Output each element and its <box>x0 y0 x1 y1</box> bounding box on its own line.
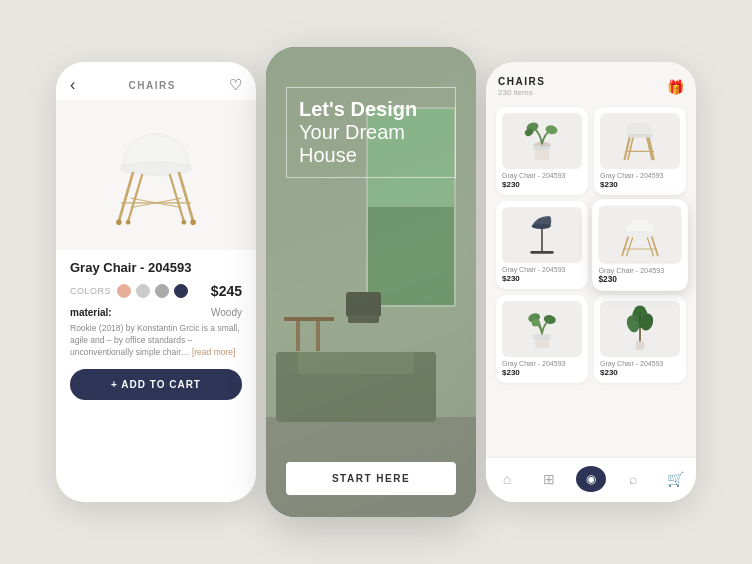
center-content: Let's Design Your Dream House START HERE <box>266 47 476 517</box>
add-to-cart-button[interactable]: + ADD TO CART <box>70 369 242 400</box>
grid-item-6[interactable]: Gray Chair - 204593 $230 <box>594 295 686 383</box>
lamp-icon <box>516 209 568 261</box>
grid-item-2-price: $230 <box>600 180 680 189</box>
product-info: Gray Chair - 204593 COLORS $245 material… <box>56 250 256 369</box>
material-row: material: Woody <box>70 307 242 318</box>
fiddle-leaf-icon <box>614 303 666 355</box>
screen-left: ‹ CHAIRS ♡ <box>56 62 256 502</box>
color-dot-beige[interactable] <box>117 284 131 298</box>
bottom-nav: ⌂ ⊞ ◉ ⌕ 🛒 <box>486 457 696 502</box>
left-top-bar: ‹ CHAIRS ♡ <box>56 62 256 100</box>
right-top-bar: CHAIRS 230 items 🎁 <box>486 62 696 101</box>
grid-item-1-img <box>502 113 582 169</box>
svg-rect-57 <box>636 341 645 350</box>
grid-item-4[interactable]: Gray Chair - 204593 $230 <box>592 199 688 291</box>
svg-point-46 <box>625 231 656 237</box>
heart-icon[interactable]: ♡ <box>229 76 242 94</box>
svg-rect-53 <box>533 334 550 339</box>
grid-item-3-img <box>502 207 582 263</box>
back-icon[interactable]: ‹ <box>70 76 75 94</box>
nav-search[interactable]: ⌕ <box>618 466 648 492</box>
grid-item-2[interactable]: Gray Chair - 204593 $230 <box>594 107 686 195</box>
svg-point-10 <box>190 220 196 226</box>
color-dots <box>117 284 211 298</box>
color-dot-navy[interactable] <box>174 284 188 298</box>
svg-point-44 <box>532 224 551 229</box>
right-screen-title: CHAIRS <box>498 76 545 87</box>
colors-row: COLORS $245 <box>70 283 242 299</box>
product-image-area <box>56 100 256 250</box>
grid-item-3-price: $230 <box>502 274 582 283</box>
grid-item-5[interactable]: Gray Chair - 204593 $230 <box>496 295 588 383</box>
chair-side-icon <box>614 115 666 167</box>
grid-item-5-name: Gray Chair - 204593 <box>502 360 582 367</box>
svg-point-12 <box>182 220 187 225</box>
grid-item-5-price: $230 <box>502 368 582 377</box>
nav-grid[interactable]: ⊞ <box>534 466 564 492</box>
grid-item-1-price: $230 <box>502 180 582 189</box>
nav-cart[interactable]: 🛒 <box>660 466 690 492</box>
headline-text: Let's Design Your Dream House <box>299 98 443 167</box>
grid-item-6-price: $230 <box>600 368 680 377</box>
white-chair-icon <box>613 208 667 262</box>
colors-label: COLORS <box>70 286 111 296</box>
color-dot-darkgray[interactable] <box>155 284 169 298</box>
plant-vase-icon <box>516 115 568 167</box>
start-here-button[interactable]: START HERE <box>286 462 456 495</box>
chair-image <box>101 110 211 240</box>
grid-item-4-price: $230 <box>598 275 681 284</box>
product-description: Rookie (2018) by Konstantin Grcic is a s… <box>70 323 242 359</box>
products-grid: Gray Chair - 204593 $230 Gray C <box>486 101 696 457</box>
grid-item-2-name: Gray Chair - 204593 <box>600 172 680 179</box>
grid-item-3-name: Gray Chair - 204593 <box>502 266 582 273</box>
grid-item-3[interactable]: Gray Chair - 204593 $230 <box>496 201 588 289</box>
svg-point-9 <box>116 220 122 226</box>
headline-box: Let's Design Your Dream House <box>286 87 456 178</box>
svg-rect-30 <box>535 148 549 160</box>
right-title-group: CHAIRS 230 items <box>498 76 545 97</box>
screen-right: CHAIRS 230 items 🎁 <box>486 62 696 502</box>
gift-icon[interactable]: 🎁 <box>667 79 684 95</box>
svg-rect-36 <box>627 134 653 137</box>
grid-item-5-img <box>502 301 582 357</box>
left-screen-title: CHAIRS <box>128 80 175 91</box>
grid-item-6-name: Gray Chair - 204593 <box>600 360 680 367</box>
grid-item-4-img <box>598 205 681 263</box>
grid-item-1-name: Gray Chair - 204593 <box>502 172 582 179</box>
product-name: Gray Chair - 204593 <box>70 260 242 275</box>
screen-center: Let's Design Your Dream House START HERE <box>266 47 476 517</box>
grid-item-6-img <box>600 301 680 357</box>
plant-pot-icon <box>516 303 568 355</box>
material-value: Woody <box>211 307 242 318</box>
read-more-link[interactable]: [read more] <box>192 347 235 357</box>
nav-home[interactable]: ⌂ <box>492 466 522 492</box>
product-price: $245 <box>211 283 242 299</box>
color-dot-gray[interactable] <box>136 284 150 298</box>
grid-item-1[interactable]: Gray Chair - 204593 $230 <box>496 107 588 195</box>
screens-container: ‹ CHAIRS ♡ <box>36 27 716 537</box>
svg-point-11 <box>126 220 131 225</box>
nav-camera[interactable]: ◉ <box>576 466 606 492</box>
right-screen-subtitle: 230 items <box>498 88 545 97</box>
grid-item-2-img <box>600 113 680 169</box>
material-label: material: <box>70 307 112 318</box>
grid-item-4-name: Gray Chair - 204593 <box>598 267 681 274</box>
